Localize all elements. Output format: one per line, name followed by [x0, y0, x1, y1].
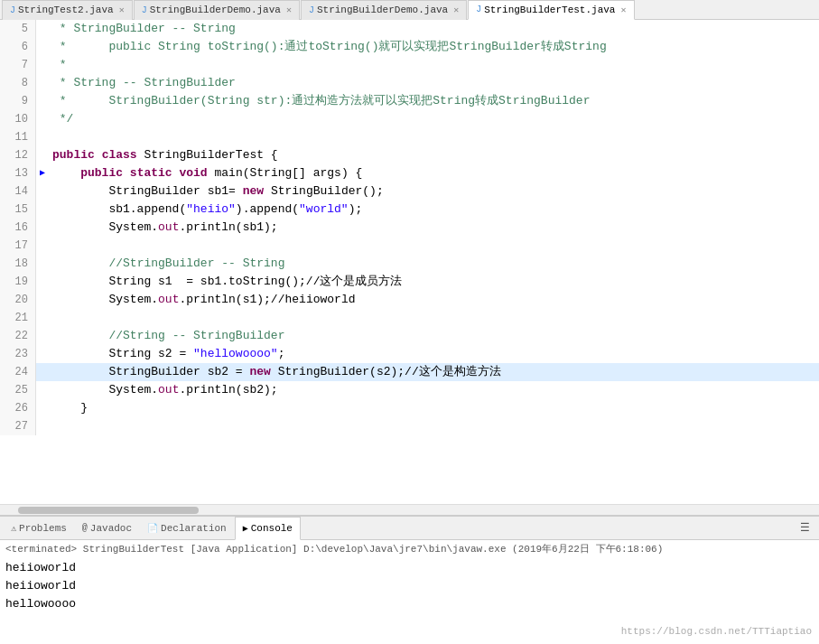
horizontal-scrollbar[interactable]	[18, 507, 199, 514]
line-content: System.out.println(sb2);	[49, 381, 278, 399]
line-number: 15	[0, 201, 36, 219]
line-number: 13	[0, 164, 36, 182]
line-number: 24	[0, 363, 36, 381]
code-line-9: 9 * StringBuilder(String str):通过构造方法就可以实…	[0, 92, 819, 110]
line-number: 16	[0, 219, 36, 237]
javadoc-icon: @	[82, 523, 88, 533]
scroll-area[interactable]	[0, 504, 819, 515]
code-line-19: 19 String s1 = sb1.toString();//这个是成员方法	[0, 273, 819, 291]
tab-tab-stringbuilderdemo1[interactable]: JStringBuilderDemo.java✕	[134, 0, 300, 20]
line-number: 10	[0, 110, 36, 128]
bottom-tab-declaration[interactable]: 📄Declaration	[140, 517, 235, 540]
line-content: String s2 = "hellowoooo";	[49, 345, 284, 363]
line-number: 9	[0, 92, 36, 110]
console-line: heiioworld	[5, 577, 814, 595]
minimize-icon[interactable]: ☰	[796, 520, 814, 537]
line-number: 22	[0, 327, 36, 345]
console-icon: ▶	[243, 523, 248, 534]
line-content: sb1.append("heiio").append("world");	[49, 201, 362, 219]
code-line-17: 17	[0, 237, 819, 255]
line-content: }	[49, 399, 88, 417]
line-content: String s1 = sb1.toString();//这个是成员方法	[49, 273, 402, 291]
code-line-14: 14 StringBuilder sb1= new StringBuilder(…	[0, 182, 819, 201]
code-line-13: 13▶ public static void main(String[] arg…	[0, 164, 819, 182]
line-number: 6	[0, 38, 36, 56]
code-line-16: 16 System.out.println(sb1);	[0, 219, 819, 237]
tab-label: StringBuilderDemo.java	[317, 5, 448, 15]
declaration-icon: 📄	[147, 523, 158, 534]
line-content: public static void main(String[] args) {	[49, 164, 362, 182]
line-number: 26	[0, 399, 36, 417]
line-number: 27	[0, 417, 36, 435]
line-number: 19	[0, 273, 36, 291]
line-number: 17	[0, 237, 36, 255]
code-line-22: 22 //String -- StringBuilder	[0, 327, 819, 345]
line-number: 7	[0, 56, 36, 74]
code-lines: 5 * StringBuilder -- String6 * public St…	[0, 20, 819, 504]
tab-label: StringTest2.java	[18, 5, 114, 15]
code-line-20: 20 System.out.println(s1);//heiioworld	[0, 291, 819, 309]
code-line-11: 11	[0, 128, 819, 146]
problems-icon: ⚠	[11, 523, 16, 534]
java-file-icon: J	[309, 5, 314, 15]
code-line-5: 5 * StringBuilder -- String	[0, 20, 819, 38]
line-number: 20	[0, 291, 36, 309]
code-line-15: 15 sb1.append("heiio").append("world");	[0, 201, 819, 219]
line-content: StringBuilder sb1= new StringBuilder();	[49, 182, 384, 201]
java-file-icon: J	[142, 5, 147, 15]
code-line-12: 12public class StringBuilderTest {	[0, 146, 819, 164]
line-number: 12	[0, 146, 36, 164]
bottom-tab-label: Problems	[19, 523, 67, 534]
bottom-tab-console[interactable]: ▶Console	[235, 517, 301, 540]
console-line: heiioworld	[5, 559, 814, 577]
line-content: //String -- StringBuilder	[49, 327, 284, 345]
code-line-6: 6 * public String toString():通过toString(…	[0, 38, 819, 56]
tab-bar: JStringTest2.java✕JStringBuilderDemo.jav…	[0, 0, 819, 20]
console-line: hellowoooo	[5, 595, 814, 613]
line-content: System.out.println(sb1);	[49, 219, 278, 237]
bottom-tab-label: Declaration	[161, 523, 227, 534]
line-content: public class StringBuilderTest {	[49, 146, 278, 164]
line-number: 18	[0, 255, 36, 273]
line-arrow: ▶	[36, 164, 49, 182]
tab-close-icon[interactable]: ✕	[119, 5, 125, 15]
line-number: 11	[0, 128, 36, 146]
tab-close-icon[interactable]: ✕	[620, 5, 626, 15]
line-content: * StringBuilder(String str):通过构造方法就可以实现把…	[49, 92, 590, 110]
bottom-tabs-bar: ⚠Problems@Javadoc📄Declaration▶Console ☰	[0, 517, 819, 540]
code-line-25: 25 System.out.println(sb2);	[0, 381, 819, 399]
line-content: * public String toString():通过toString()就…	[49, 38, 607, 56]
line-content: //StringBuilder -- String	[49, 255, 284, 273]
code-line-21: 21	[0, 309, 819, 327]
tab-label: StringBuilderDemo.java	[150, 5, 281, 15]
tab-tab-stringtest2[interactable]: JStringTest2.java✕	[2, 0, 133, 20]
bottom-tab-javadoc[interactable]: @Javadoc	[75, 517, 140, 540]
code-line-7: 7 *	[0, 56, 819, 74]
code-line-23: 23 String s2 = "hellowoooo";	[0, 345, 819, 363]
bottom-panel-minimize[interactable]: ☰	[796, 521, 819, 535]
bottom-tab-problems[interactable]: ⚠Problems	[4, 517, 75, 540]
tab-close-icon[interactable]: ✕	[453, 5, 459, 15]
tab-close-icon[interactable]: ✕	[286, 5, 292, 15]
line-content: System.out.println(s1);//heiioworld	[49, 291, 356, 309]
console-status: <terminated> StringBuilderTest [Java App…	[5, 542, 814, 555]
line-number: 25	[0, 381, 36, 399]
bottom-tab-label: Javadoc	[90, 523, 132, 534]
bottom-tab-label: Console	[251, 523, 293, 534]
tab-label: StringBuilderTest.java	[484, 5, 615, 15]
watermark: https://blog.csdn.net/TTTiaptiao	[621, 626, 812, 637]
code-line-10: 10 */	[0, 110, 819, 128]
java-file-icon: J	[476, 5, 481, 14]
code-line-26: 26 }	[0, 399, 819, 417]
line-content: *	[49, 56, 67, 74]
tab-tab-stringbuildertest[interactable]: JStringBuilderTest.java✕	[468, 0, 634, 20]
code-line-24: 24 StringBuilder sb2 = new StringBuilder…	[0, 363, 819, 381]
tab-tab-stringbuilderdemo2[interactable]: JStringBuilderDemo.java✕	[301, 0, 467, 20]
line-content: * String -- StringBuilder	[49, 74, 236, 92]
console-output: heiioworldheiioworldhellowoooo	[5, 559, 814, 613]
line-content: * StringBuilder -- String	[49, 20, 236, 38]
bottom-panel: ⚠Problems@Javadoc📄Declaration▶Console ☰ …	[0, 515, 819, 644]
code-line-27: 27	[0, 417, 819, 435]
line-number: 21	[0, 309, 36, 327]
code-line-18: 18 //StringBuilder -- String	[0, 255, 819, 273]
